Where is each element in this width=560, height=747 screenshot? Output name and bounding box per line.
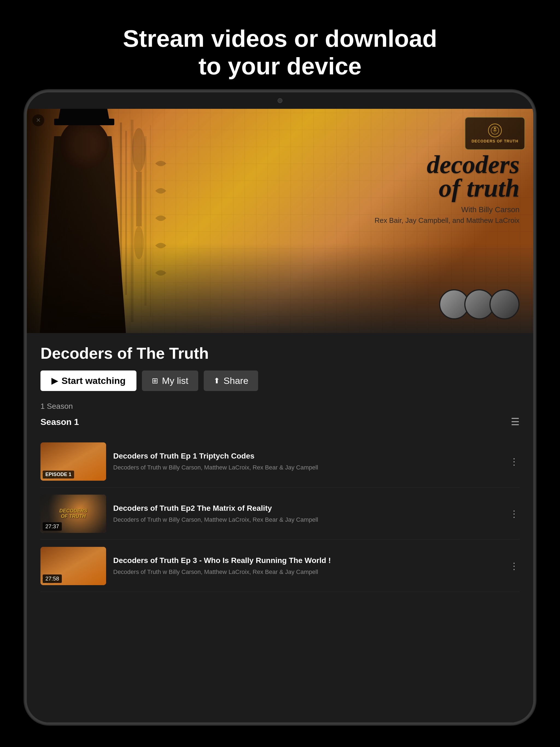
ep2-more-button[interactable]: ⋮: [509, 508, 519, 519]
episode-1-thumbnail: decodersof truth EPISODE 1: [41, 442, 106, 481]
content-area: Decoders of The Truth ▶ Start watching ⊞…: [27, 333, 533, 603]
episode-2-thumbnail: DECODERSOF TRUTH 27:37: [41, 495, 106, 533]
season-label: Season 1: [41, 417, 79, 427]
show-title: Decoders of The Truth: [41, 344, 519, 362]
hero-title-block: decoders of truth With Billy Carson Rex …: [375, 153, 519, 225]
host-avatars: [439, 289, 519, 319]
my-list-label: My list: [162, 376, 188, 386]
ep2-duration-badge: 27:37: [43, 522, 62, 531]
share-icon: ⬆: [213, 376, 220, 385]
season-info: 1 Season: [41, 402, 519, 411]
camera-dot: [278, 98, 282, 103]
ep1-title: Decoders of Truth Ep 1 Triptych Codes: [113, 451, 502, 461]
hero-banner: ✕ DECODERS OF TRUTH decoders of truth: [27, 109, 533, 333]
ep3-duration-badge: 27:58: [43, 574, 62, 583]
share-button[interactable]: ⬆ Share: [204, 370, 258, 391]
ep1-more-button[interactable]: ⋮: [509, 456, 519, 467]
start-watching-button[interactable]: ▶ Start watching: [41, 370, 136, 391]
headline-line1: Stream videos or download: [44, 25, 516, 52]
add-list-icon: ⊞: [152, 376, 158, 385]
ep1-label-badge: EPISODE 1: [43, 470, 74, 479]
ep2-title: Decoders of Truth Ep2 The Matrix of Real…: [113, 504, 502, 513]
tablet-frame: ✕ DECODERS OF TRUTH decoders of truth: [25, 90, 535, 725]
episode-item: decodersof truth EPISODE 1 Decoders of T…: [41, 436, 519, 488]
ep2-desc: Decoders of Truth w Billy Carson, Matthe…: [113, 516, 502, 524]
headline-line2: to your device: [44, 52, 516, 80]
episode-list: decodersof truth EPISODE 1 Decoders of T…: [41, 436, 519, 592]
action-buttons: ▶ Start watching ⊞ My list ⬆ Share: [41, 370, 519, 391]
ep3-title: Decoders of Truth Ep 3 - Who Is Really R…: [113, 556, 502, 565]
ep1-info: Decoders of Truth Ep 1 Triptych Codes De…: [113, 451, 502, 472]
hero-show-name-line1: decoders: [375, 153, 519, 176]
start-watching-label: Start watching: [61, 376, 126, 386]
hero-subtitle: With Billy Carson: [375, 205, 519, 214]
ep2-info: Decoders of Truth Ep2 The Matrix of Real…: [113, 504, 502, 524]
ep1-desc: Decoders of Truth w Billy Carson, Matthe…: [113, 463, 502, 472]
season-header: Season 1 ☰: [41, 416, 519, 428]
logo-icon-circle: [488, 124, 502, 137]
logo-text: DECODERS OF TRUTH: [472, 139, 518, 144]
play-icon: ▶: [51, 376, 58, 386]
episode-3-thumbnail: decodersof truth 27:58: [41, 547, 106, 585]
hero-show-name-line2: of truth: [375, 176, 519, 200]
tablet-top-bar: [27, 93, 533, 109]
filter-icon[interactable]: ☰: [511, 416, 519, 428]
app-screen: ✕ DECODERS OF TRUTH decoders of truth: [27, 109, 533, 722]
hero-hosts: Rex Bair, Jay Campbell, and Matthew LaCr…: [375, 216, 519, 225]
ep3-desc: Decoders of Truth w Billy Carson, Matthe…: [113, 568, 502, 576]
episode-item: decodersof truth 27:58 Decoders of Truth…: [41, 540, 519, 592]
my-list-button[interactable]: ⊞ My list: [142, 370, 198, 391]
episode-item: DECODERSOF TRUTH 27:37 Decoders of Truth…: [41, 488, 519, 540]
share-label: Share: [224, 376, 249, 386]
ep3-more-button[interactable]: ⋮: [509, 561, 519, 571]
host-avatar-3: [489, 289, 519, 319]
person-figure: [27, 109, 153, 333]
ep3-info: Decoders of Truth Ep 3 - Who Is Really R…: [113, 556, 502, 576]
show-logo-badge: DECODERS OF TRUTH: [465, 117, 525, 150]
logo-symbol-icon: [490, 126, 499, 135]
headline: Stream videos or download to your device: [0, 0, 560, 96]
